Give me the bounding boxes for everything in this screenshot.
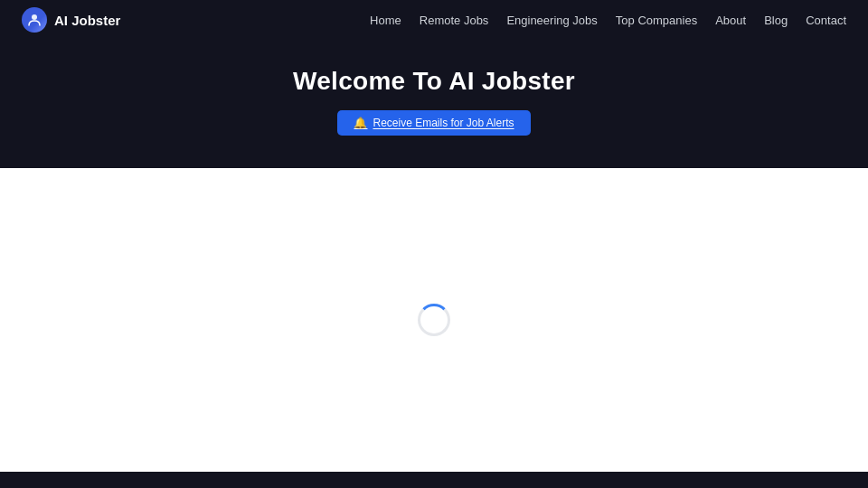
nav-link-contact[interactable]: Contact [806,14,846,27]
nav-item-about[interactable]: About [715,12,746,28]
nav-link-about[interactable]: About [715,14,746,27]
nav-link-blog[interactable]: Blog [764,14,788,27]
nav-item-engineering-jobs[interactable]: Engineering Jobs [506,12,597,28]
hero-title: Welcome To AI Jobster [293,67,575,96]
navbar: AI Jobster Home Remote Jobs Engineering … [0,0,868,40]
nav-link-home[interactable]: Home [370,14,401,27]
nav-item-contact[interactable]: Contact [806,12,846,28]
nav-link-top-companies[interactable]: Top Companies [616,14,697,27]
main-content [0,168,868,472]
nav-item-blog[interactable]: Blog [764,12,788,28]
nav-links: Home Remote Jobs Engineering Jobs Top Co… [370,12,846,28]
email-alerts-label: Receive Emails for Job Alerts [373,117,514,129]
svg-point-0 [32,14,37,20]
nav-item-home[interactable]: Home [370,12,401,28]
email-alerts-button[interactable]: 🔔 Receive Emails for Job Alerts [337,110,530,136]
footer [0,472,868,488]
nav-item-top-companies[interactable]: Top Companies [616,12,697,28]
bell-icon: 🔔 [354,117,367,129]
nav-link-engineering-jobs[interactable]: Engineering Jobs [506,14,597,27]
loading-spinner [418,304,450,336]
nav-link-remote-jobs[interactable]: Remote Jobs [420,14,489,27]
brand-logo-icon [22,7,47,33]
brand-name: AI Jobster [54,13,120,28]
hero-section: Welcome To AI Jobster 🔔 Receive Emails f… [0,40,868,168]
brand-logo-link[interactable]: AI Jobster [22,7,120,33]
nav-item-remote-jobs[interactable]: Remote Jobs [420,12,489,28]
